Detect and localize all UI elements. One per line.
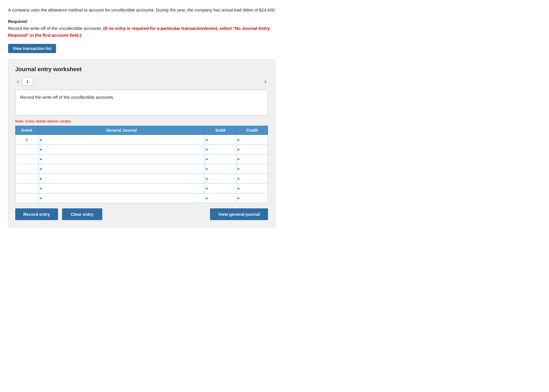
- gj-cell[interactable]: [38, 144, 205, 154]
- col-header-general-journal: General Journal: [38, 126, 205, 135]
- event-cell: 1: [16, 135, 38, 144]
- event-cell: [16, 193, 38, 203]
- action-buttons-row: Record entry Clear entry View general jo…: [15, 208, 268, 220]
- event-cell: [16, 183, 38, 193]
- note-text: Note: Enter debits before credits.: [15, 119, 268, 123]
- debit-cell[interactable]: [205, 193, 236, 203]
- event-cell: [16, 144, 38, 154]
- gj-cell[interactable]: [38, 193, 205, 203]
- intro-paragraph: A company uses the allowance method to a…: [8, 7, 284, 13]
- worksheet-description: Record the write-off of the uncollectibl…: [15, 90, 268, 116]
- view-general-journal-button[interactable]: View general journal: [210, 208, 268, 220]
- table-row: [16, 193, 268, 203]
- gj-cell[interactable]: [38, 174, 205, 183]
- debit-cell[interactable]: [205, 144, 236, 154]
- gj-cell[interactable]: [38, 135, 205, 144]
- credit-cell[interactable]: [236, 164, 268, 174]
- required-label: Required:: [8, 19, 28, 24]
- record-entry-button[interactable]: Record entry: [15, 208, 58, 220]
- worksheet-title: Journal entry worksheet: [15, 66, 268, 73]
- nav-left: ‹: [15, 77, 33, 86]
- debit-cell[interactable]: [205, 183, 236, 193]
- event-cell: [16, 174, 38, 183]
- required-instruction: Record the write-off of the uncollectibl…: [8, 26, 102, 31]
- required-section: Required: Record the write-off of the un…: [8, 18, 284, 39]
- table-row: [16, 183, 268, 193]
- view-transaction-list-button[interactable]: View transaction list: [8, 44, 56, 53]
- next-page-button[interactable]: ›: [263, 77, 268, 85]
- gj-cell[interactable]: [38, 154, 205, 164]
- debit-cell[interactable]: [205, 174, 236, 183]
- table-row: [16, 144, 268, 154]
- worksheet-nav-row: ‹ ›: [15, 77, 268, 86]
- credit-cell[interactable]: [236, 174, 268, 183]
- credit-cell[interactable]: [236, 183, 268, 193]
- col-header-event: Event: [16, 126, 38, 135]
- col-header-credit: Credit: [236, 126, 268, 135]
- journal-entry-worksheet: Journal entry worksheet ‹ › Record the w…: [8, 59, 275, 227]
- debit-cell[interactable]: [205, 154, 236, 164]
- debit-cell[interactable]: [205, 164, 236, 174]
- gj-cell[interactable]: [38, 183, 205, 193]
- gj-cell[interactable]: [38, 164, 205, 174]
- debit-cell[interactable]: [205, 135, 236, 144]
- credit-cell[interactable]: [236, 135, 268, 144]
- table-row: [16, 174, 268, 183]
- credit-cell[interactable]: [236, 154, 268, 164]
- journal-table: Event General Journal Debit Credit 1: [15, 126, 268, 203]
- prev-page-button[interactable]: ‹: [15, 77, 21, 85]
- clear-entry-button[interactable]: Clear entry: [62, 208, 102, 220]
- col-header-debit: Debit: [205, 126, 236, 135]
- table-row: [16, 154, 268, 164]
- table-row: [16, 164, 268, 174]
- credit-cell[interactable]: [236, 144, 268, 154]
- credit-cell[interactable]: [236, 193, 268, 203]
- page-number-input[interactable]: [22, 77, 33, 86]
- event-cell: [16, 164, 38, 174]
- table-row: 1: [16, 135, 268, 144]
- event-cell: [16, 154, 38, 164]
